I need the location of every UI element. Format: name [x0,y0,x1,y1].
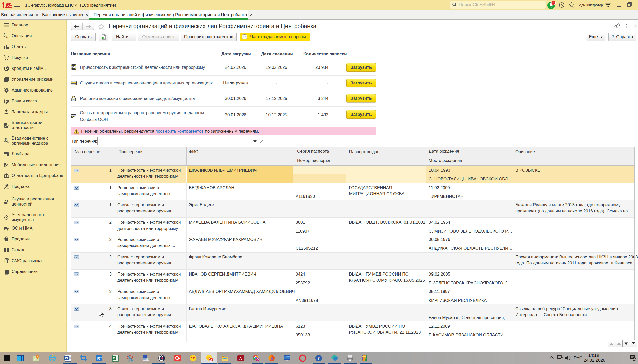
svg-text:₽: ₽ [5,139,7,142]
svg-text:2: 2 [210,358,212,362]
svg-text:X: X [113,357,115,360]
svg-text:Кт: Кт [6,36,8,39]
svg-text:2: 2 [553,1,554,5]
svg-text:2: 2 [634,358,635,361]
svg-text:vnc: vnc [100,356,102,358]
svg-text:Дт: Дт [4,33,7,36]
svg-text:2: 2 [37,355,38,358]
svg-text:A: A [239,357,242,360]
svg-text:Y: Y [317,356,320,360]
svg-text:1С: 1С [191,356,195,360]
svg-text:Р: Р [7,259,8,260]
svg-text:W: W [65,357,68,360]
